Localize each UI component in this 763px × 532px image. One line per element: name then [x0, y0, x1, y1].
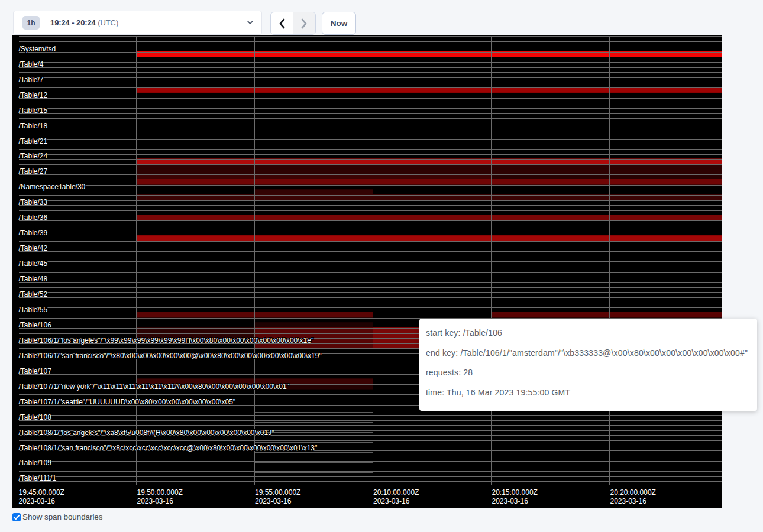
- svg-text:/Table/27: /Table/27: [19, 167, 48, 176]
- svg-text:19:55:00.000Z: 19:55:00.000Z: [255, 488, 300, 497]
- svg-text:/Table/106/1/"san francisco"/": /Table/106/1/"san francisco"/"\x80\x00\x…: [19, 352, 322, 360]
- svg-text:19:45:00.000Z: 19:45:00.000Z: [19, 488, 64, 497]
- svg-text:2023-03-16: 2023-03-16: [137, 497, 174, 505]
- svg-text:/Table/21: /Table/21: [19, 137, 48, 145]
- svg-text:/Table/108/1/"los angeles"/"\x: /Table/108/1/"los angeles"/"\xa8\xf5\u00…: [19, 429, 274, 437]
- svg-text:20:10:00.000Z: 20:10:00.000Z: [373, 488, 419, 497]
- svg-text:/Table/36: /Table/36: [19, 213, 48, 222]
- svg-text:/Table/52: /Table/52: [19, 290, 48, 299]
- svg-text:/NamespaceTable/30: /NamespaceTable/30: [19, 183, 86, 191]
- svg-text:/Table/106: /Table/106: [19, 321, 52, 329]
- svg-text:/Table/111/1: /Table/111/1: [19, 474, 57, 482]
- svg-text:19:50:00.000Z: 19:50:00.000Z: [137, 488, 183, 497]
- svg-text:/Table/109: /Table/109: [19, 459, 52, 467]
- svg-text:/Table/18: /Table/18: [19, 122, 48, 130]
- svg-text:/Table/106/1/"los angeles"/"\x: /Table/106/1/"los angeles"/"\x99\x99\x99…: [19, 336, 314, 345]
- svg-text:/Table/45: /Table/45: [19, 259, 48, 268]
- svg-text:/Table/108/1/"san francisco"/": /Table/108/1/"san francisco"/"\x8c\xcc\x…: [19, 444, 318, 452]
- svg-text:/Table/107/1/"seattle"/"UUUUUU: /Table/107/1/"seattle"/"UUUUUUD\x00\x80\…: [19, 398, 236, 406]
- svg-text:/Table/24: /Table/24: [19, 152, 48, 160]
- svg-text:2023-03-16: 2023-03-16: [610, 497, 647, 505]
- svg-text:/Table/15: /Table/15: [19, 106, 48, 115]
- svg-text:2023-03-16: 2023-03-16: [19, 497, 56, 505]
- svg-text:/Table/107: /Table/107: [19, 367, 52, 375]
- svg-text:/Table/39: /Table/39: [19, 229, 48, 237]
- svg-text:/Table/42: /Table/42: [19, 244, 48, 252]
- svg-text:20:20:00.000Z: 20:20:00.000Z: [610, 488, 656, 497]
- svg-text:/Table/48: /Table/48: [19, 275, 48, 283]
- svg-text:/Table/4: /Table/4: [19, 60, 44, 69]
- svg-text:2023-03-16: 2023-03-16: [492, 497, 529, 505]
- svg-text:/Table/55: /Table/55: [19, 306, 48, 314]
- svg-text:/Table/12: /Table/12: [19, 91, 48, 99]
- svg-text:20:15:00.000Z: 20:15:00.000Z: [492, 488, 538, 497]
- svg-text:/Table/107/1/"new york"/"\x11\: /Table/107/1/"new york"/"\x11\x11\x11\x1…: [19, 382, 289, 391]
- svg-text:/Table/7: /Table/7: [19, 76, 44, 84]
- svg-text:/Table/33: /Table/33: [19, 198, 48, 206]
- svg-text:2023-03-16: 2023-03-16: [373, 497, 410, 505]
- svg-text:/System/tsd: /System/tsd: [19, 45, 56, 53]
- svg-text:2023-03-16: 2023-03-16: [255, 497, 292, 505]
- svg-text:/Table/108: /Table/108: [19, 413, 52, 421]
